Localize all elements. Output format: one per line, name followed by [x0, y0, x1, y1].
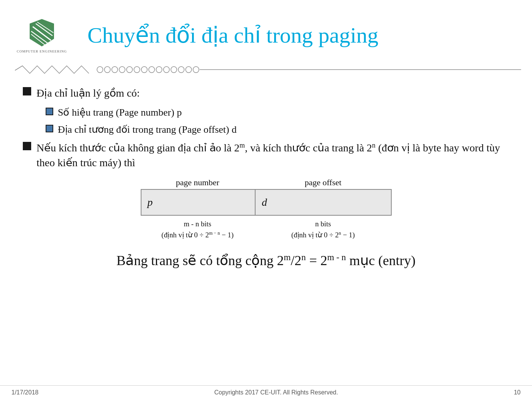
sub-bullet-1: Số hiệu trang (Page number) p	[46, 106, 509, 119]
page-title: Chuyển đổi địa chỉ trong paging	[80, 22, 378, 49]
svg-point-17	[178, 67, 184, 73]
svg-point-8	[112, 67, 118, 73]
diagram-sublabels: m - n bits (định vị từ 0 ÷ 2m − n − 1) n…	[141, 219, 392, 240]
svg-point-10	[127, 67, 133, 73]
label-page-offset: page offset	[255, 178, 392, 188]
square-bullet-1	[23, 87, 31, 95]
checkbox-bullet-1	[46, 108, 53, 115]
box-d: d	[256, 190, 391, 215]
footer: 1/17/2018 Copyrights 2017 CE-UIT. All Ri…	[0, 385, 532, 399]
svg-point-15	[164, 67, 170, 73]
sublabel-p-line1: m - n bits	[184, 220, 211, 228]
diagram-box: p d	[141, 189, 392, 216]
sub-bullet-2-text: Địa chỉ tương đối trong trang (Page offs…	[58, 123, 237, 137]
sublabel-d-line1: n bits	[315, 220, 331, 228]
svg-point-19	[193, 67, 199, 73]
svg-point-9	[119, 67, 125, 73]
svg-point-16	[171, 67, 177, 73]
logo-text: Computer Engineering	[17, 49, 67, 53]
svg-point-12	[141, 67, 148, 73]
logo-area: Computer Engineering	[4, 17, 80, 53]
sub-bullets: Số hiệu trang (Page number) p Địa chỉ tư…	[23, 106, 509, 137]
square-bullet-2	[23, 142, 31, 150]
footer-page: 10	[514, 389, 521, 396]
sublabel-p: m - n bits (định vị từ 0 ÷ 2m − n − 1)	[141, 219, 255, 240]
label-page-number: page number	[141, 178, 255, 188]
diagram: page number page offset p d m - n bits (…	[133, 178, 399, 240]
bottom-formula: Bảng trang sẽ có tổng cộng 2m/2n = 2m - …	[23, 252, 509, 269]
logo-icon	[27, 17, 57, 48]
checkbox-bullet-2	[46, 125, 53, 132]
diagram-labels: page number page offset	[141, 178, 392, 188]
box-p: p	[141, 190, 256, 215]
svg-point-6	[97, 67, 103, 73]
bullet-1: Địa chỉ luận lý gồm có:	[23, 86, 509, 100]
footer-date: 1/17/2018	[11, 389, 38, 396]
header: Computer Engineering Chuyển đổi địa chỉ …	[0, 0, 532, 67]
sub-bullet-1-text: Số hiệu trang (Page number) p	[58, 106, 182, 119]
sublabel-d: n bits (định vị từ 0 ÷ 2n − 1)	[255, 219, 392, 240]
sublabel-p-line2: (định vị từ 0 ÷ 2m − n − 1)	[162, 231, 234, 239]
sublabel-d-line2: (định vị từ 0 ÷ 2n − 1)	[291, 231, 355, 239]
sub-bullet-2: Địa chỉ tương đối trong trang (Page offs…	[46, 123, 509, 137]
bullet-2-text: Nếu kích thước của không gian địa chỉ ảo…	[37, 140, 509, 170]
deco-line	[0, 63, 532, 78]
bullet-1-text: Địa chỉ luận lý gồm có:	[37, 86, 140, 100]
bullet-2: Nếu kích thước của không gian địa chỉ ảo…	[23, 140, 509, 170]
main-content: Địa chỉ luận lý gồm có: Số hiệu trang (P…	[0, 78, 532, 272]
svg-point-13	[149, 67, 155, 73]
svg-point-7	[105, 67, 111, 73]
svg-point-14	[156, 67, 162, 73]
footer-copyright: Copyrights 2017 CE-UIT. All Rights Reser…	[214, 389, 338, 396]
svg-point-18	[186, 67, 192, 73]
svg-point-11	[134, 67, 140, 73]
